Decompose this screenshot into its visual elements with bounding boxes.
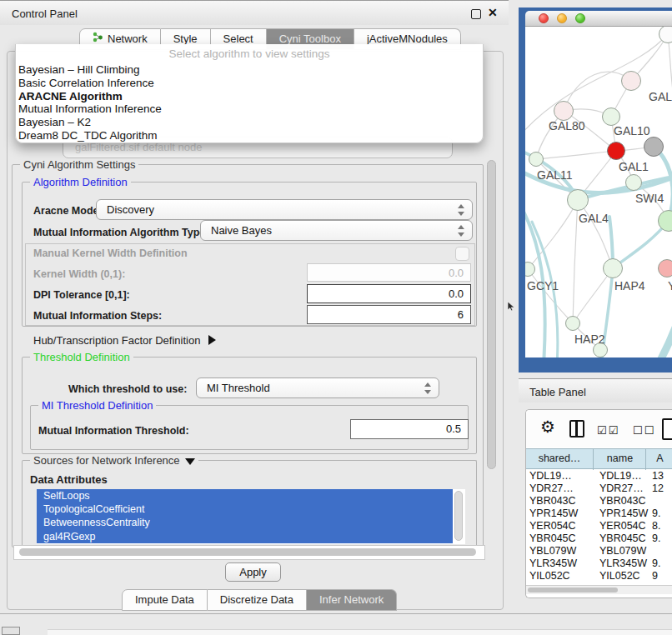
network-node[interactable] [621,71,641,91]
bottom-tab-impute-data[interactable]: Impute Data [122,589,208,611]
bottom-left-stub-button[interactable] [2,627,20,635]
table-cell: YIL052C [599,570,650,582]
table-row[interactable]: YER054CYER054C8. [526,520,672,532]
dropdown-item[interactable]: Bayesian – Hill Climbing [18,63,476,77]
network-node-label: GAL10 [614,124,650,138]
sources-legend[interactable]: Sources for Network Inference [30,454,198,467]
network-node[interactable] [644,137,664,157]
mi-threshold-field[interactable]: 0.5 [350,419,469,439]
network-view-window[interactable]: GALGAL80GAL10GAL1GAL11SWI4GAL4GCY1HAP4YH… [519,8,672,372]
table-row[interactable]: YDL19…YDL19…13 [526,470,672,482]
network-node-label: SWI4 [635,192,664,205]
network-canvas[interactable]: GALGAL80GAL10GAL1GAL11SWI4GAL4GCY1HAP4YH… [525,27,672,358]
settings-horizontal-scrollbar[interactable] [13,545,485,560]
hub-definition-label: Hub/Transcription Factor Definition [33,334,200,347]
mi-type-select[interactable]: Naive Bayes [200,220,473,241]
columns-icon[interactable] [569,420,584,438]
dropdown-item[interactable]: Bayesian – K2 [18,116,476,129]
dropdown-item[interactable]: ARACNE Algorithm [18,90,476,103]
threshold-definition-legend: Threshold Definition [30,351,133,363]
network-node-label: HAP2 [574,332,605,346]
attribute-list-item[interactable]: BetweennessCentrality [37,516,453,529]
app-root: Control Panel ✕ NetworkStyleSelectCyni T… [0,0,672,635]
network-node[interactable] [602,108,620,126]
select-all-checkboxes-icon[interactable]: ☑☑ [597,424,619,437]
table-cell: YDL19… [599,470,650,482]
float-panel-icon[interactable] [471,9,481,19]
table-panel-titlebar: Table Panel [519,378,672,402]
expand-right-icon [208,335,216,345]
apply-button[interactable]: Apply [225,562,281,582]
table-cell: YDL19… [529,470,596,482]
deselect-all-checkboxes-icon[interactable]: ☐☐ [633,424,655,437]
table-cell: 13 [652,470,672,482]
bottom-tab-discretize-data[interactable]: Discretize Data [208,589,307,611]
network-node[interactable] [554,101,574,121]
attribute-list-item[interactable]: TopologicalCoefficient [37,502,453,516]
dropdown-placeholder: Select algorithm to view settings [16,48,483,60]
sources-legend-text: Sources for Network Inference [33,454,180,467]
mi-steps-field[interactable]: 6 [307,305,471,324]
column-separator [593,449,594,470]
algorithm-dropdown-popup: Select algorithm to view settings Bayesi… [15,44,484,143]
bottom-tab-infer-network[interactable]: Infer Network [307,589,397,611]
table-column-header[interactable]: name [594,452,645,464]
network-node[interactable] [607,142,625,160]
dpi-tolerance-field[interactable]: 0.0 [307,284,471,303]
close-icon[interactable]: ✕ [488,6,498,19]
minimize-traffic-light-icon[interactable] [557,13,567,23]
network-node[interactable] [565,316,580,331]
table-rows: YDL19…YDL19…13YDR27…YDR27…12YBR043CYBR04… [526,470,672,584]
aracne-mode-select[interactable]: Discovery [96,199,473,220]
tab-label: Discretize Data [220,589,293,611]
network-node-label: GAL4 [579,212,609,225]
network-node[interactable] [625,174,642,191]
table-row[interactable]: YIL052CYIL052C9 [526,570,672,582]
control-panel-titlebar: Control Panel ✕ [0,0,509,25]
table-row[interactable]: YDR27…YDR27…12 [526,482,672,495]
which-threshold-select[interactable]: MI Threshold [196,378,439,398]
data-attributes-list[interactable]: SelfLoopsTopologicalCoefficientBetweenne… [37,489,465,544]
network-node-label: HAP4 [614,279,645,292]
settings-vertical-scrollbar[interactable] [487,160,496,469]
table-column-header[interactable]: A [647,452,672,464]
hub-definition-toggle[interactable]: Hub/Transcription Factor Definition [33,334,216,347]
document-icon[interactable] [662,418,672,440]
table-row[interactable]: YLR345WYLR345W9. [526,558,672,570]
table-row[interactable]: YBR045CYBR045C9. [526,532,672,545]
table-horizontal-scrollbar[interactable] [526,585,672,594]
gear-icon[interactable]: ⚙ [540,417,555,437]
bottom-divider [0,613,672,614]
which-threshold-value: MI Threshold [207,382,270,394]
dropdown-item-list: Bayesian – Hill ClimbingBasic Correlatio… [18,63,476,142]
kernel-width-field[interactable]: 0.0 [307,263,471,282]
manual-kernel-label: Manual Kernel Width Definition [33,248,188,259]
attribute-list-item[interactable]: gal4RGexp [37,530,453,543]
dropdown-item[interactable]: Mutual Information Inference [18,102,476,116]
table-row[interactable]: YBL079WYBL079W [526,545,672,558]
dropdown-item[interactable]: Dream8 DC_TDC Algorithm [18,129,476,142]
network-node-label: Y [668,279,672,292]
table-cell: YBR043C [529,495,596,507]
table-cell: YDR27… [529,482,596,494]
network-node-label: GAL [649,90,672,103]
network-node[interactable] [658,259,672,278]
close-traffic-light-icon[interactable] [539,13,549,23]
stepper-icon [457,204,464,216]
manual-kernel-checkbox[interactable] [455,247,469,261]
network-node[interactable] [567,189,589,211]
network-window-titlebar[interactable] [525,11,672,27]
table-column-header[interactable]: shared… [526,452,593,464]
tab-label: Impute Data [135,589,194,611]
dropdown-item[interactable]: Basic Correlation Inference [18,77,476,90]
table-row[interactable]: YPR145WYPR145W9. [526,508,672,520]
network-node[interactable] [603,258,623,278]
table-cell: 12 [652,482,672,494]
zoom-traffic-light-icon[interactable] [575,13,585,23]
attribute-list-item[interactable]: SelfLoops [37,489,453,502]
table-cell: 9. [652,508,672,519]
network-node[interactable] [529,152,544,167]
table-row[interactable]: YBR043CYBR043C [526,495,672,508]
table-cell: YER054C [529,520,596,532]
list-scrollbar[interactable] [454,491,463,541]
